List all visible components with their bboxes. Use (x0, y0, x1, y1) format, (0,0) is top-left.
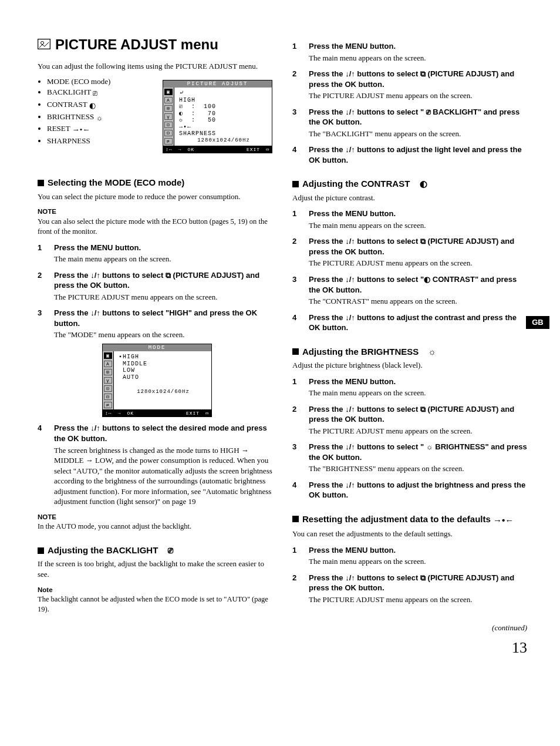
step-head: Press the MENU button. (309, 41, 527, 52)
section-reset-desc: You can reset the adjustments to the def… (292, 529, 527, 539)
step-number: 1 (292, 545, 302, 567)
step-number: 4 (292, 312, 302, 333)
step-desc: The main menu appears on the screen. (309, 388, 527, 398)
step-number: 2 (292, 69, 302, 101)
note-body: In the AUTO mode, you cannot adjust the … (38, 522, 272, 532)
osd-val-contrast: 70 (208, 110, 216, 117)
step-head: Press the ↓/↑ buttons to select ⧉ (PICTU… (309, 573, 527, 593)
osd-footer-ok: OK (187, 147, 194, 152)
osd-footer-exit: EXIT (186, 411, 200, 416)
step-number: 2 (38, 270, 47, 303)
step-desc: The PICTURE ADJUST menu appears on the s… (309, 258, 527, 268)
step-number: 1 (38, 243, 47, 264)
osd-opt: LOW (123, 367, 135, 374)
continued-label: (continued) (292, 623, 527, 633)
step-desc: The main menu appears on the screen. (54, 254, 272, 264)
svg-point-1 (41, 42, 44, 45)
contrast-icon: ◐ (420, 178, 427, 190)
brightness-steps: 1Press the MENU button.The main menu app… (292, 377, 527, 500)
osd-row-sharpness: SHARPNESS (179, 130, 268, 137)
step-desc: The "MODE" menu appears on the screen. (54, 330, 272, 340)
step-head: Press the ↓/↑ buttons to select " ☼ BRIG… (309, 442, 527, 462)
step-number: 3 (292, 442, 302, 474)
step-number: 1 (292, 209, 302, 230)
note-heading: Note (38, 586, 272, 595)
contrast-icon: ◐ (89, 100, 96, 111)
step-desc: The main menu appears on the screen. (309, 556, 527, 567)
reset-icon: →•← (72, 125, 90, 135)
step-head: Press the MENU button. (54, 243, 272, 253)
osd-opt: AUTO (123, 374, 139, 381)
osd-picture-adjust: PICTURE ADJUST ▣A⊞γ⊡⊟⇄ ⤶ HIGH ⎚ : 100 ◐ … (163, 80, 272, 154)
step-desc: The screen brightness is changed as the … (54, 445, 272, 507)
section-brightness: Adjusting the BRIGHTNESS ☼ (292, 346, 527, 358)
title-text: PICTURE ADJUST menu (55, 35, 218, 54)
step-number: 3 (38, 308, 47, 340)
note-body: The backlight cannot be adjusted when th… (38, 594, 272, 614)
step-head: Press the ↓/↑ buttons to select ⧉ (PICTU… (309, 236, 527, 257)
section-backlight-desc: If the screen is too bright, adjust the … (38, 559, 272, 579)
step-number: 2 (292, 573, 302, 605)
step-number: 3 (292, 274, 302, 307)
step-number: 2 (292, 236, 302, 268)
step-head: Press the ↓/↑ buttons to adjust the ligh… (309, 145, 527, 165)
section-contrast-desc: Adjust the picture contrast. (292, 193, 527, 203)
osd-val-brightness: 50 (208, 117, 216, 123)
step-head: Press the ↓/↑ buttons to adjust the brig… (309, 480, 527, 500)
osd-opt: HIGH (123, 354, 139, 360)
step-number: 1 (292, 377, 302, 398)
note-heading: NOTE (38, 513, 272, 522)
step-desc: The "CONTRAST" menu appears on the scree… (309, 296, 527, 307)
step-head: Press the ↓/↑ buttons to select " ⎚ BACK… (309, 107, 527, 127)
osd-sidebar: ▣A⊞γ⊡⊟⇄ (163, 88, 174, 146)
step-head: Press the ↓/↑ buttons to select ⧉ (PICTU… (54, 270, 272, 291)
left-column: PICTURE ADJUST menu You can adjust the f… (38, 35, 272, 663)
osd-resolution: 1280x1024/60Hz (119, 389, 208, 395)
step-number: 3 (292, 107, 302, 139)
note-heading: NOTE (38, 207, 272, 217)
step-head: Press the MENU button. (309, 545, 527, 556)
step-number: 1 (292, 41, 302, 63)
page-title: PICTURE ADJUST menu (38, 35, 272, 54)
section-reset: Resetting the adjustment data to the def… (292, 513, 527, 526)
step-head: Press the ↓/↑ buttons to select "HIGH" a… (54, 308, 272, 328)
osd-title: MODE (103, 344, 211, 351)
step-desc: The main menu appears on the screen. (309, 53, 527, 63)
brightness-icon: ☼ (429, 346, 437, 358)
page-number: 13 (292, 637, 527, 658)
section-backlight: Adjusting the BACKLIGHT ⎚ (38, 545, 272, 556)
right-column: 1Press the MENU button.The main menu app… (292, 35, 527, 663)
step-desc: The PICTURE ADJUST menu appears on the s… (54, 292, 272, 303)
contrast-steps: 1Press the MENU button.The main menu app… (292, 209, 527, 332)
backlight-icon: ⎚ (168, 545, 173, 556)
step-desc: The PICTURE ADJUST menu appears on the s… (309, 90, 527, 101)
mode-steps-cont: 4Press the ↓/↑ buttons to select the des… (38, 423, 272, 506)
reset-steps: 1Press the MENU button.The main menu app… (292, 545, 527, 605)
osd-sidebar: ▣A⊞γ⊡⊟⇄ (103, 351, 114, 409)
step-number: 2 (292, 404, 302, 436)
step-head: Press the ↓/↑ buttons to select ⧉ (PICTU… (309, 69, 527, 89)
backlight-icon: ⎚ (93, 88, 97, 99)
osd-row-high: HIGH (179, 97, 268, 104)
osd-opt: MIDDLE (123, 361, 147, 367)
step-number: 4 (292, 145, 302, 165)
step-desc: The PICTURE ADJUST menu appears on the s… (309, 594, 527, 605)
section-brightness-desc: Adjust the picture brightness (black lev… (292, 360, 527, 371)
picture-adjust-icon (38, 35, 50, 54)
section-mode: Selecting the MODE (ECO mode) (38, 177, 272, 189)
osd-mode: MODE ▣A⊞γ⊡⊟⇄ ▪HIGH MIDDLE LOW AUTO 1280x… (102, 344, 212, 418)
step-head: Press the ↓/↑ buttons to adjust the cont… (309, 312, 527, 333)
backlight-steps: 1Press the MENU button.The main menu app… (292, 41, 527, 165)
step-head: Press the MENU button. (309, 377, 527, 387)
intro-text: You can adjust the following items using… (38, 61, 272, 72)
step-desc: The "BRIGHTNESS" menu appears on the scr… (309, 463, 527, 474)
osd-footer-ok: OK (127, 411, 134, 416)
step-desc: The main menu appears on the screen. (309, 220, 527, 231)
brightness-icon: ☼ (96, 113, 103, 123)
reset-icon: →•← (493, 515, 514, 526)
step-head: Press the ↓/↑ buttons to select "◐ CONTR… (309, 274, 527, 295)
mode-steps: 1Press the MENU button.The main menu app… (38, 243, 272, 340)
step-head: Press the ↓/↑ buttons to select ⧉ (PICTU… (309, 404, 527, 425)
language-tab: GB (526, 316, 549, 329)
step-number: 4 (38, 423, 47, 506)
